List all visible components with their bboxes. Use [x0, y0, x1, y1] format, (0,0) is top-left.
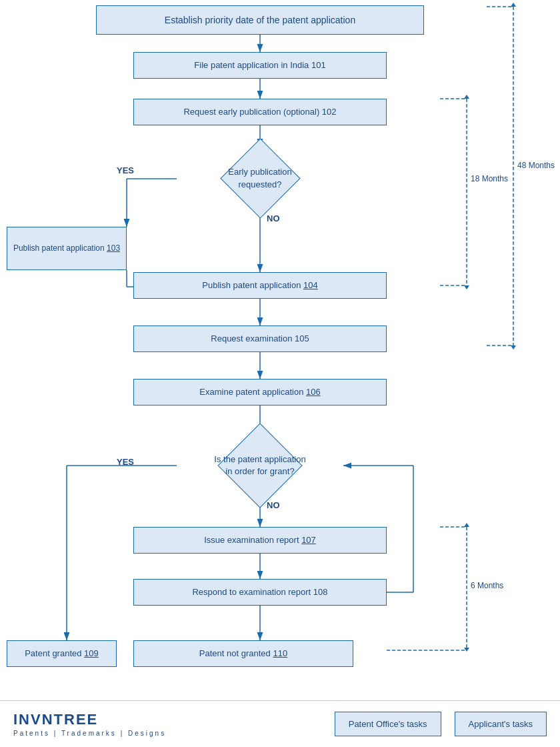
6-months-label: 6 Months [471, 580, 503, 592]
issue-report-box: Issue examination report 107 [133, 527, 387, 554]
48-months-label: 48 Months [517, 160, 555, 171]
publish-104-box: Publish patent application 104 [133, 272, 387, 299]
patent-not-granted-box: Patent not granted 110 [133, 640, 353, 667]
applicant-legend: Applicant's tasks [455, 712, 547, 736]
svg-marker-33 [464, 95, 469, 99]
early-pub-diamond: Early publication requested? [177, 147, 343, 210]
request-exam-box: Request examination 105 [133, 325, 387, 352]
examine-box: Examine patent application 106 [133, 379, 387, 406]
respond-box: Respond to examination report 108 [133, 579, 387, 606]
publish-103-box: Publish patent application 103 [7, 227, 127, 270]
logo: INVNTREE Patents | Trademarks | Designs [13, 711, 321, 737]
establish-box: Establish priority date of the patent ap… [96, 5, 424, 35]
early-pub-req-box: Request early publication (optional) 102 [133, 99, 387, 125]
no2-label: NO [267, 500, 280, 510]
yes2-label: YES [117, 457, 134, 467]
file-box: File patent application in India 101 [133, 52, 387, 79]
flowchart-container: Establish priority date of the patent ap… [0, 0, 560, 747]
yes1-label: YES [117, 165, 134, 175]
svg-marker-34 [511, 3, 516, 7]
grant-diamond: Is the patent applicationin order for gr… [163, 432, 357, 499]
logo-sub-text: Patents | Trademarks | Designs [13, 730, 321, 737]
logo-text: INVNTREE [13, 711, 321, 728]
patent-office-legend: Patent Office's tasks [335, 712, 441, 736]
svg-marker-32 [464, 648, 469, 652]
patent-granted-box: Patent granted 109 [7, 640, 117, 667]
no1-label: NO [267, 213, 280, 223]
svg-marker-35 [464, 523, 469, 527]
svg-marker-24 [464, 285, 469, 289]
18-months-label: 18 Months [471, 173, 508, 185]
footer: INVNTREE Patents | Trademarks | Designs … [0, 700, 560, 747]
svg-marker-28 [511, 345, 516, 349]
